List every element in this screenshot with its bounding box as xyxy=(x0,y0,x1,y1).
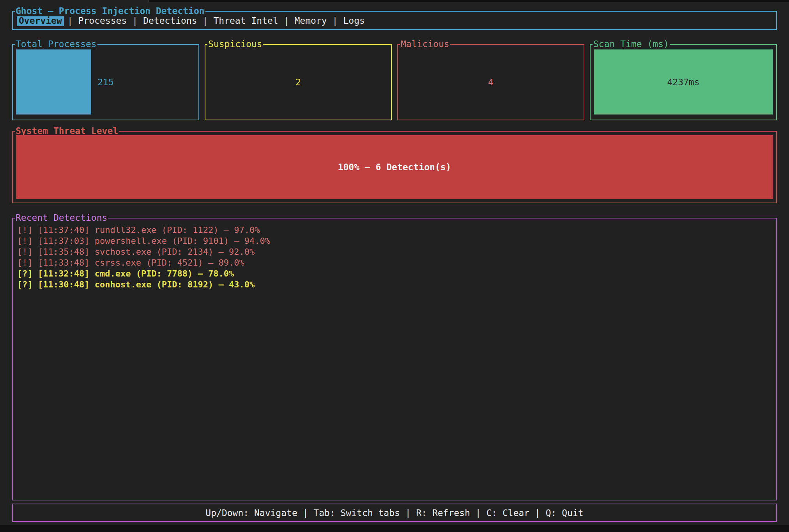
suspicious-gauge: 2 xyxy=(209,49,388,115)
threat-gauge: 100% — 6 Detection(s) xyxy=(16,135,773,199)
tab-threat-intel[interactable]: Threat Intel xyxy=(211,15,280,26)
gauge-value: 4 xyxy=(401,49,580,115)
stats-row: Total Processes 215 Suspicious 2 Malicio… xyxy=(12,44,777,120)
stat-title: Total Processes xyxy=(15,39,97,49)
detection-row[interactable]: [!] [11:33:48] csrss.exe (PID: 4521) — 8… xyxy=(17,257,776,268)
tab-logs[interactable]: Logs xyxy=(341,15,366,26)
app-title: Ghost — Process Injection Detection xyxy=(15,6,205,16)
detection-row[interactable]: [!] [11:35:48] svchost.exe (PID: 2134) —… xyxy=(17,247,776,257)
detection-row[interactable]: [!] [11:37:03] powershell.exe (PID: 9101… xyxy=(17,236,776,247)
recent-detections-panel: Recent Detections [!] [11:37:40] rundll3… xyxy=(12,218,777,500)
tab-overview[interactable]: Overview xyxy=(17,15,64,26)
stat-title: Malicious xyxy=(400,39,450,49)
tab-separator: | xyxy=(333,16,338,26)
tab-separator: | xyxy=(203,16,208,26)
threat-level-title: System Threat Level xyxy=(15,126,119,136)
stat-scan-time: Scan Time (ms) 4237ms xyxy=(590,44,777,120)
tab-processes[interactable]: Processes xyxy=(76,15,129,26)
detection-row[interactable]: [?] [11:30:48] conhost.exe (PID: 8192) —… xyxy=(17,279,776,290)
gauge-value: 4237ms xyxy=(594,49,773,115)
tab-separator: | xyxy=(67,16,73,26)
threat-gauge-label: 100% — 6 Detection(s) xyxy=(16,135,773,199)
detection-row[interactable]: [?] [11:32:48] cmd.exe (PID: 7788) — 78.… xyxy=(17,268,776,279)
bottom-edge-artifact xyxy=(0,525,789,532)
scan-time-gauge: 4237ms xyxy=(594,49,773,115)
keybind-bar: Up/Down: Navigate | Tab: Switch tabs | R… xyxy=(12,504,777,522)
keybind-hints: Up/Down: Navigate | Tab: Switch tabs | R… xyxy=(205,508,583,518)
gauge-value: 215 xyxy=(16,49,195,115)
app-window: Ghost — Process Injection Detection Over… xyxy=(0,0,789,532)
tab-memory[interactable]: Memory xyxy=(293,15,329,26)
stat-suspicious: Suspicious 2 xyxy=(205,44,392,120)
gauge-value: 2 xyxy=(209,49,388,115)
stat-title: Suspicious xyxy=(207,39,263,49)
stat-malicious: Malicious 4 xyxy=(397,44,584,120)
header-panel: Ghost — Process Injection Detection Over… xyxy=(12,11,777,30)
tab-separator: | xyxy=(284,16,289,26)
stat-total-processes: Total Processes 215 xyxy=(12,44,199,120)
recent-detections-title: Recent Detections xyxy=(15,213,108,223)
malicious-gauge: 4 xyxy=(401,49,580,115)
stat-title: Scan Time (ms) xyxy=(593,39,670,49)
top-edge-artifact xyxy=(148,0,789,2)
threat-level-panel: System Threat Level 100% — 6 Detection(s… xyxy=(12,131,777,203)
tab-separator: | xyxy=(132,16,138,26)
tab-detections[interactable]: Detections xyxy=(141,15,199,26)
total-processes-gauge: 215 xyxy=(16,49,195,115)
detection-row[interactable]: [!] [11:37:40] rundll32.exe (PID: 1122) … xyxy=(17,225,776,236)
